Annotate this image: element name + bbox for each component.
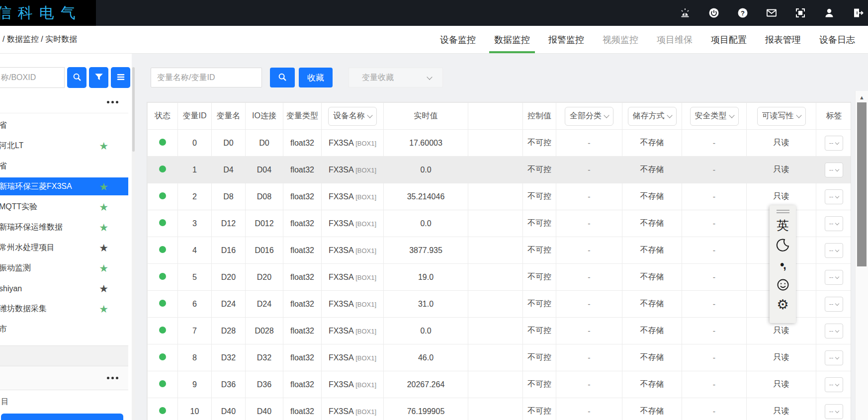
drag-handle-icon[interactable] [777, 210, 789, 213]
tag-select[interactable]: -- [825, 377, 844, 392]
fullscreen-icon[interactable] [794, 7, 806, 19]
favorite-button[interactable]: 收藏 [299, 68, 333, 87]
storage-cell: 不存储 [622, 264, 682, 291]
table-row[interactable]: 8 D32 D32 float32 FX3SA [BOX1] 46.0 不可控 … [148, 344, 852, 371]
more-options-icon[interactable] [107, 377, 118, 379]
var-type-cell: float32 [283, 157, 322, 183]
punctuation-icon[interactable]: •, [775, 257, 791, 273]
help-icon[interactable]: ? [737, 7, 749, 19]
sidebar-project-item[interactable]: 省 ★ [0, 156, 128, 176]
page-scrollbar[interactable]: ▲ [855, 91, 868, 420]
table-row[interactable]: 9 D36 D36 float32 FX3SA [BOX1] 20267.264… [148, 371, 852, 398]
nav-tab-设备日志[interactable]: 设备日志 [819, 26, 855, 53]
sidebar-scrollbar[interactable] [132, 67, 135, 420]
sidebar-project-item[interactable]: 常州水处理项目 ★ [0, 238, 128, 258]
nav-tab-数据监控[interactable]: 数据监控 [494, 26, 530, 53]
tag-select[interactable]: -- [825, 350, 844, 365]
sidebar-project-item[interactable]: 新瑞环保三菱FX3SA ★ [0, 177, 128, 195]
language-toggle[interactable]: 英 [775, 217, 791, 233]
tag-select[interactable]: -- [825, 136, 844, 151]
tag-select[interactable]: -- [825, 324, 844, 338]
more-options-icon[interactable] [107, 101, 118, 103]
tag-select[interactable]: -- [825, 163, 844, 177]
table-row[interactable]: 5 D20 D20 float32 FX3SA [BOX1] 19.0 不可控 … [148, 264, 852, 291]
nav-tab-项目配置[interactable]: 项目配置 [711, 26, 747, 53]
variable-search-input[interactable] [151, 68, 262, 87]
project-item-label: 潍坊数据采集 [0, 304, 47, 314]
rw-cell: 只读 [747, 344, 816, 371]
star-icon[interactable]: ★ [99, 304, 108, 314]
star-icon[interactable]: ★ [99, 263, 108, 273]
project-search-button[interactable] [67, 67, 87, 88]
star-icon[interactable]: ★ [99, 141, 108, 151]
device-select[interactable]: 设备名称 [328, 107, 377, 126]
variable-search-button[interactable] [270, 68, 295, 87]
storage-select[interactable]: 储存方式 [628, 107, 677, 126]
project-search-input[interactable] [0, 67, 65, 88]
sidebar-collapsed-section[interactable] [0, 345, 128, 366]
sidebar-project-item[interactable]: MQTT实验 ★ [0, 197, 128, 217]
chevron-down-icon [427, 74, 432, 80]
control-cell: 不可控 [523, 398, 556, 420]
header-blank [468, 103, 523, 130]
alarm-icon[interactable] [679, 7, 691, 19]
table-row[interactable]: 6 D24 D24 float32 FX3SA [BOX1] 31.0 不可控 … [148, 291, 852, 318]
nav-tab-报警监控[interactable]: 报警监控 [548, 26, 584, 53]
star-icon[interactable]: ★ [99, 243, 108, 253]
nav-tab-报表管理[interactable]: 报表管理 [765, 26, 801, 53]
category-cell: - [556, 264, 622, 291]
table-row[interactable]: 3 D12 D012 float32 FX3SA [BOX1] 0.0 不可控 … [148, 210, 852, 237]
device-cell: FX3SA [BOX1] [322, 237, 384, 264]
project-filter-button[interactable] [89, 67, 108, 88]
settings-gear-icon[interactable]: ⚙ [775, 297, 791, 313]
table-row[interactable]: 4 D16 D016 float32 FX3SA [BOX1] 3877.935… [148, 237, 852, 264]
tag-select[interactable]: -- [825, 270, 844, 285]
favorite-select[interactable]: 变量收藏 [348, 68, 443, 87]
security-select[interactable]: 安全类型 [690, 107, 739, 126]
star-icon[interactable]: ★ [99, 222, 108, 233]
search-icon [277, 72, 287, 84]
power-icon[interactable] [708, 7, 720, 19]
scroll-up-arrow[interactable]: ▲ [856, 94, 868, 100]
emoji-icon[interactable] [775, 277, 791, 293]
logout-icon[interactable] [852, 7, 864, 19]
sidebar-project-item[interactable]: shiyan ★ [0, 278, 128, 299]
sidebar-project-item[interactable]: 新瑞环保运维数据 ★ [0, 217, 128, 238]
nav-tab-设备监控[interactable]: 设备监控 [440, 26, 476, 53]
sidebar-project-item[interactable]: 市 ★ [0, 319, 128, 339]
table-row[interactable]: 2 D8 D08 float32 FX3SA [BOX1] 35.214046 … [148, 183, 852, 210]
sidebar-project-item[interactable]: 河北LT ★ [0, 136, 128, 156]
star-icon[interactable]: ★ [99, 283, 108, 294]
table-row[interactable]: 7 D28 D028 float32 FX3SA [BOX1] 0.0 不可控 … [148, 318, 852, 344]
create-project-button[interactable] [1, 414, 123, 420]
scrollbar-thumb[interactable] [857, 102, 867, 266]
star-icon[interactable]: ★ [99, 202, 108, 212]
tag-cell: -- [816, 291, 852, 318]
tag-select[interactable]: -- [825, 243, 844, 258]
nav-tab-视频监控[interactable]: 视频监控 [603, 26, 638, 53]
tag-select[interactable]: -- [825, 404, 844, 419]
device-cell: FX3SA [BOX1] [322, 157, 384, 183]
sidebar-project-item[interactable]: 振动监测 ★ [0, 258, 128, 278]
rw-select[interactable]: 可读写性 [757, 107, 806, 126]
category-cell: - [556, 237, 622, 264]
var-type-cell: float32 [283, 183, 322, 210]
category-select[interactable]: 全部分类 [565, 107, 613, 126]
star-icon[interactable]: ★ [99, 181, 108, 192]
sidebar-scrollbar-thumb[interactable] [132, 67, 135, 152]
realtime-value-cell: 19.0 [384, 264, 468, 291]
project-menu-button[interactable] [111, 67, 130, 88]
nav-tab-项目维保[interactable]: 项目维保 [657, 26, 693, 53]
table-row[interactable]: 10 D40 D40 float32 FX3SA [BOX1] 76.19990… [148, 398, 852, 420]
table-row[interactable]: 0 D0 D0 float32 FX3SA [BOX1] 17.60003 不可… [148, 130, 852, 157]
sidebar-project-item[interactable]: 省 ★ [0, 115, 128, 136]
dark-mode-icon[interactable] [775, 237, 791, 253]
sidebar-project-item[interactable]: 潍坊数据采集 ★ [0, 299, 128, 319]
user-icon[interactable] [823, 7, 835, 19]
tag-select[interactable]: -- [825, 189, 844, 204]
tag-select[interactable]: -- [825, 216, 844, 231]
mail-icon[interactable] [766, 7, 778, 19]
table-row[interactable]: 1 D4 D04 float32 FX3SA [BOX1] 0.0 不可控 - … [148, 157, 852, 183]
category-cell: - [556, 344, 622, 371]
tag-select[interactable]: -- [825, 297, 844, 312]
